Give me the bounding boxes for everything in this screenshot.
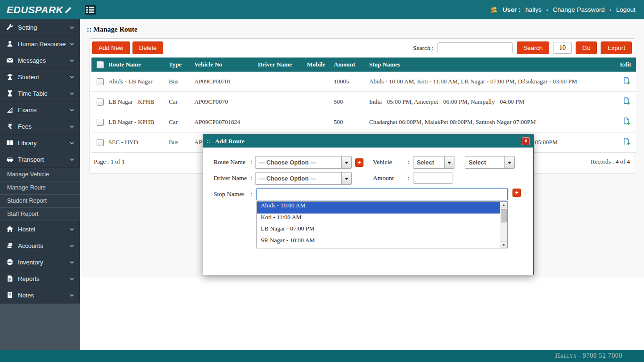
app-logo-text: EDUSPARK — [7, 4, 63, 16]
app-footer: Hallys - 9700 52 7000 — [0, 350, 644, 362]
add-stop-button[interactable]: + — [512, 189, 521, 197]
logout-link[interactable]: Logout — [616, 6, 636, 13]
colon: : — [250, 190, 252, 198]
scroll-down-icon[interactable]: ▼ — [500, 241, 507, 248]
edit-route-icon[interactable] — [623, 97, 631, 107]
vehicle-type-select[interactable]: Select — [413, 156, 454, 169]
cell-amount: 500 — [331, 92, 366, 112]
cell-mobile — [304, 72, 331, 92]
chevron-down-icon — [69, 74, 74, 80]
row-select-cell — [91, 132, 106, 153]
sidebar-item-label: Notes — [18, 292, 69, 299]
vehicle-no-select-value: Select — [465, 156, 504, 168]
username[interactable]: hallys — [525, 6, 542, 13]
select-all-checkbox[interactable] — [97, 61, 104, 68]
user-icon — [6, 40, 18, 48]
search-input[interactable] — [438, 42, 513, 53]
edit-route-icon[interactable] — [623, 76, 631, 87]
sidebar-item-label: Fees — [18, 123, 69, 130]
sidebar-item-human-resourse[interactable]: Human Resourse — [0, 36, 80, 52]
pencil-icon — [64, 5, 73, 16]
cell-stops: Abids - 10:00 AM, Koti - 11:00 AM, LB Na… — [366, 72, 617, 92]
sidebar-item-accounts[interactable]: Accounts — [0, 238, 80, 254]
sidebar-item-fees[interactable]: ₹Fees — [0, 118, 80, 135]
user-icon — [490, 6, 498, 13]
sidebar-subitem-label: Manage Route — [7, 184, 46, 191]
go-button[interactable]: Go — [576, 41, 597, 54]
coins-icon — [6, 242, 18, 249]
stop-option[interactable]: LB Nagar - 07:00 PM — [257, 225, 500, 237]
row-checkbox[interactable] — [97, 78, 104, 85]
page-size-input[interactable] — [553, 42, 572, 54]
listbox-scrollbar[interactable]: ▲ ▼ — [500, 202, 507, 248]
chevron-down-icon — [69, 227, 74, 232]
scrollbar-thumb[interactable] — [501, 209, 507, 222]
rupee-icon: ₹ — [6, 123, 18, 130]
edit-route-icon[interactable] — [623, 117, 631, 127]
cell-driver — [255, 112, 304, 132]
edit-route-icon[interactable] — [623, 137, 631, 148]
scroll-up-icon[interactable]: ▲ — [500, 202, 507, 208]
sidebar-item-notes[interactable]: Notes — [0, 287, 80, 304]
driver-name-select[interactable]: — Choose Option — — [255, 172, 352, 185]
chevron-down-icon — [69, 124, 74, 129]
stop-names-input[interactable] — [256, 188, 508, 200]
vehicle-label: Vehicle — [373, 158, 392, 166]
dropdown-arrow-icon — [444, 156, 454, 168]
dropdown-arrow-icon — [341, 156, 351, 168]
route-name-select-value: — Choose Option — — [256, 156, 341, 168]
add-new-button[interactable]: Add New — [92, 41, 130, 54]
toolbar: Add New Delete Search : Search Go Export — [91, 40, 632, 58]
sidebar-toggle-button[interactable] — [85, 5, 96, 15]
sidebar-item-transport[interactable]: Transport — [0, 151, 80, 168]
table-row: LB Nagar - KPHBCarAP09CP0070500India - 0… — [91, 92, 636, 112]
sidebar-item-inventory[interactable]: SALEInventory — [0, 254, 80, 271]
vehicle-no-select[interactable]: Select — [465, 156, 515, 169]
footer-text: Hallys - 9700 52 7000 — [555, 352, 622, 360]
search-button[interactable]: Search — [517, 41, 549, 54]
cell-type: Car — [166, 92, 191, 112]
sidebar-item-student[interactable]: Student — [0, 69, 80, 85]
sidebar-item-exams[interactable]: Exams — [0, 102, 80, 118]
row-checkbox[interactable] — [97, 99, 104, 106]
sidebar-item-time-table[interactable]: Time Table — [0, 85, 80, 102]
sidebar-item-hostel[interactable]: Hostel — [0, 221, 80, 238]
row-checkbox[interactable] — [97, 119, 104, 126]
column-header-vehicle-no: Vehicle No — [191, 58, 255, 72]
sidebar-item-library[interactable]: Library — [0, 135, 80, 151]
row-checkbox[interactable] — [97, 139, 104, 146]
amount-input[interactable] — [413, 173, 453, 184]
add-route-modal: Add Route x Route Name : — Choose Option… — [203, 134, 534, 275]
dropdown-arrow-icon — [341, 173, 351, 184]
stop-option[interactable]: SR Nagar - 10:00 AM — [257, 237, 500, 248]
modal-title: Add Route — [215, 138, 245, 145]
sidebar-subitem-staff-report[interactable]: Staff Report — [0, 207, 80, 221]
svg-text:SALE: SALE — [7, 261, 13, 263]
stop-option[interactable]: Koti - 11:00 AM — [257, 214, 500, 225]
cell-edit — [617, 92, 636, 112]
change-password-link[interactable]: Change Password — [553, 6, 605, 13]
sidebar-subitem-manage-vehicle[interactable]: Manage Vehicle — [0, 168, 80, 181]
chevron-down-icon — [69, 107, 74, 113]
report-icon — [6, 275, 18, 282]
cell-vehicle: AP09CP0070 — [191, 92, 255, 112]
sidebar-item-setting[interactable]: Setting — [0, 19, 80, 36]
export-button[interactable]: Export — [601, 41, 632, 54]
add-route-name-button[interactable]: + — [355, 158, 363, 167]
sidebar-item-label: Hostel — [18, 226, 69, 233]
sidebar-subitem-student-report[interactable]: Student Report — [0, 194, 80, 207]
sidebar-item-reports[interactable]: Reports — [0, 271, 80, 287]
stop-option[interactable]: Abids - 10:00 AM — [257, 202, 500, 214]
column-header-route-name: Route Name — [106, 58, 166, 72]
close-icon[interactable]: x — [522, 137, 530, 145]
delete-button[interactable]: Delete — [132, 41, 164, 54]
cell-edit — [617, 112, 636, 132]
cell-stops: India - 05:00 PM, Ameerpet - 06:00 PM, N… — [366, 92, 617, 112]
modal-titlebar[interactable]: Add Route x — [203, 135, 533, 148]
records-info: Records : 4 of 4 — [591, 158, 630, 165]
sidebar-item-messages[interactable]: Messages — [0, 52, 80, 69]
colon: : — [250, 174, 252, 182]
sidebar-subitem-manage-route[interactable]: Manage Route — [0, 181, 80, 194]
table-row: Abids - LB NagarBusAP09CP0070110005Abids… — [91, 72, 636, 92]
route-name-select[interactable]: — Choose Option — — [255, 156, 352, 169]
